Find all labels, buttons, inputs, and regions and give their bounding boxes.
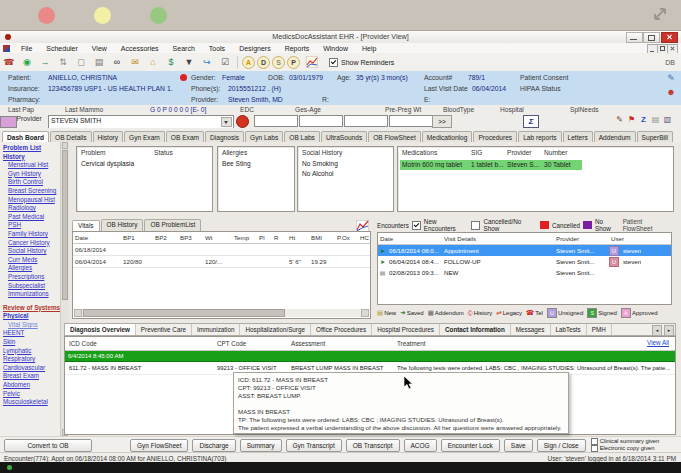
main-tab[interactable]: OB Details <box>50 131 92 142</box>
sidebar-item[interactable]: Immunizations <box>3 290 60 299</box>
encounter-row[interactable]: ➤ 06/04/2014 08:4... FOLLOW-UP Steven Sm… <box>378 256 671 267</box>
close-button[interactable] <box>661 32 678 43</box>
diagnosis-tab[interactable]: Hospitalization/Surge <box>240 324 311 335</box>
menu-item[interactable]: Designers <box>232 45 278 52</box>
menu-item[interactable]: File <box>14 45 39 52</box>
toolbar-icon[interactable]: ▼ <box>181 54 197 70</box>
patient-flowsheet-link[interactable]: Patient FlowSheet <box>623 218 672 232</box>
toolbar-icon[interactable]: ▤ <box>91 54 107 70</box>
toolbar-icon[interactable]: ◉ <box>19 54 35 70</box>
toolbar-icon[interactable]: ⌂ <box>145 54 161 70</box>
main-tab[interactable]: Procedures <box>473 131 517 142</box>
tab-scroll-arrows[interactable]: ◂▸ <box>651 324 675 335</box>
main-tab[interactable]: UltraSounds <box>321 131 367 142</box>
main-tab[interactable]: Diagnosis <box>205 131 244 142</box>
menu-item[interactable]: Accessories <box>114 45 166 52</box>
vitals-tab[interactable]: OB ProblemList <box>144 219 201 231</box>
sidebar-item[interactable]: Menopausal Hist <box>3 196 60 205</box>
toolbar-icon[interactable]: ☎ <box>1 54 17 70</box>
sidebar-item[interactable]: Radiology <box>3 204 60 213</box>
sleep-icon[interactable]: Z <box>638 115 649 124</box>
sidebar-item[interactable]: Allergies <box>3 264 60 273</box>
diagnosis-tab[interactable]: PMH <box>587 324 612 335</box>
menu-item[interactable]: Tools <box>202 45 232 52</box>
toolbar-letter-button[interactable]: P <box>287 56 300 69</box>
medication-row[interactable]: Motrin 600 mg tablet 1 tablet b... Steve… <box>400 160 582 170</box>
quick-field-3[interactable] <box>344 115 388 127</box>
form-icon[interactable]: ▤ <box>650 115 661 124</box>
fullscreen-expand-icon[interactable] <box>651 5 669 23</box>
sidebar-item[interactable]: Menstrual Hist <box>3 161 60 170</box>
sidebar-item[interactable]: Gyn History <box>3 170 60 179</box>
toolbar-icon[interactable]: ✉ <box>127 54 143 70</box>
sidebar-item[interactable]: Curr Meds <box>3 256 60 265</box>
export-icon[interactable]: ▧ <box>662 115 673 124</box>
quick-field-4[interactable] <box>389 115 433 127</box>
color-swatch[interactable] <box>0 116 17 128</box>
toolbar-icon[interactable]: $ <box>163 54 179 70</box>
action-button[interactable]: ACOG <box>404 439 437 452</box>
diagnosis-tab[interactable]: Preventive Care <box>136 324 192 335</box>
encounter-date-row[interactable]: 6/4/2014 8:45:00 AM <box>65 351 675 362</box>
diagnosis-tab[interactable]: Office Procedures <box>311 324 372 335</box>
sidebar-item[interactable]: Lymphatic <box>3 347 60 356</box>
convert-to-ob-button[interactable]: Convert to OB <box>4 439 92 452</box>
sidebar-item[interactable]: Skin <box>3 338 60 347</box>
encounter-row[interactable]: ➤ 06/18/2014 08:0... Appointment Steven … <box>378 245 671 256</box>
main-tab[interactable]: Medicationlog <box>422 131 473 142</box>
action-button[interactable]: OB Transcript <box>346 439 400 452</box>
sidebar-item[interactable]: Respiratory <box>3 355 60 364</box>
diagnosis-tab[interactable]: LabTests <box>551 324 587 335</box>
sidebar-item[interactable]: Birth Control <box>3 178 60 187</box>
new-encounters-checkbox[interactable] <box>412 221 421 230</box>
patient-name[interactable]: ANIELLO, CHRISTINA <box>48 74 117 81</box>
sidebar-item[interactable]: Vital Signs <box>3 321 60 330</box>
main-tab[interactable]: OB FlowSheet <box>368 131 421 142</box>
sidebar-item[interactable]: Review of Systems <box>3 304 60 313</box>
sidebar-item[interactable]: History <box>3 153 60 162</box>
cancelled-no-show-checkbox[interactable] <box>471 221 480 230</box>
toolbar-letter-button[interactable]: D <box>257 56 270 69</box>
show-reminders-toggle[interactable]: Show Reminders <box>329 58 394 67</box>
sidebar-item[interactable]: Past Medical <box>3 213 60 222</box>
sidebar-item[interactable]: Physical <box>3 312 60 321</box>
patient-person-icon[interactable]: ☻ <box>665 87 677 97</box>
flag-icon[interactable]: ⚑ <box>626 115 637 124</box>
toolbar-letter-button[interactable]: S <box>272 56 285 69</box>
traffic-light-minimize[interactable] <box>94 7 111 24</box>
main-tab[interactable]: SuperBill <box>637 131 673 142</box>
sidebar-item[interactable]: Social History <box>3 247 60 256</box>
quick-field-1[interactable] <box>254 115 298 127</box>
toolbar-icon[interactable]: ⇅ <box>55 54 71 70</box>
menu-item[interactable]: View <box>85 45 114 52</box>
sidebar-item[interactable]: Cardiovascular <box>3 364 60 373</box>
sidebar-scroll-thumb[interactable] <box>62 150 68 300</box>
action-button[interactable]: Sign / Close <box>537 439 586 452</box>
problem-row[interactable]: Cervical dysplasia <box>81 160 134 167</box>
sidebar-item[interactable]: Cancer History <box>3 239 60 248</box>
toolbar-icon[interactable]: → <box>37 54 53 70</box>
sidebar-item[interactable]: Prescriptions <box>3 273 60 282</box>
view-all-link[interactable]: View All <box>647 339 669 346</box>
sidebar-item[interactable]: Abdomen <box>3 381 60 390</box>
action-button[interactable]: Summary <box>240 439 282 452</box>
vitals-row[interactable]: 06/04/2014120/80120/...5' 6"19.29Breas <box>73 256 370 268</box>
electronic-copy-checkbox[interactable] <box>591 445 598 452</box>
action-button[interactable]: Gyn Transcript <box>286 439 342 452</box>
social-row[interactable]: No Smoking <box>302 160 338 167</box>
toolbar-icon[interactable]: ◻ <box>73 54 89 70</box>
menu-item[interactable]: Help <box>355 45 383 52</box>
main-tab[interactable]: History <box>93 131 124 142</box>
vitals-horizontal-scrollbar[interactable] <box>74 309 369 317</box>
menu-item[interactable]: Reports <box>278 45 317 52</box>
scroll-right-icon[interactable]: ▸ <box>664 325 674 336</box>
main-tab[interactable]: Addendum <box>594 131 636 142</box>
scroll-right-icon[interactable] <box>361 309 369 317</box>
main-tab[interactable]: OB Labs <box>284 131 320 142</box>
diagnosis-tab[interactable]: Contact Information <box>440 324 511 335</box>
scroll-up-icon[interactable] <box>62 142 68 149</box>
scroll-left-icon[interactable] <box>74 309 82 317</box>
action-button[interactable]: Encounter Lock <box>441 439 500 452</box>
vitals-row[interactable]: 06/18/2014 <box>73 244 370 256</box>
more-button[interactable]: >> <box>432 115 452 128</box>
